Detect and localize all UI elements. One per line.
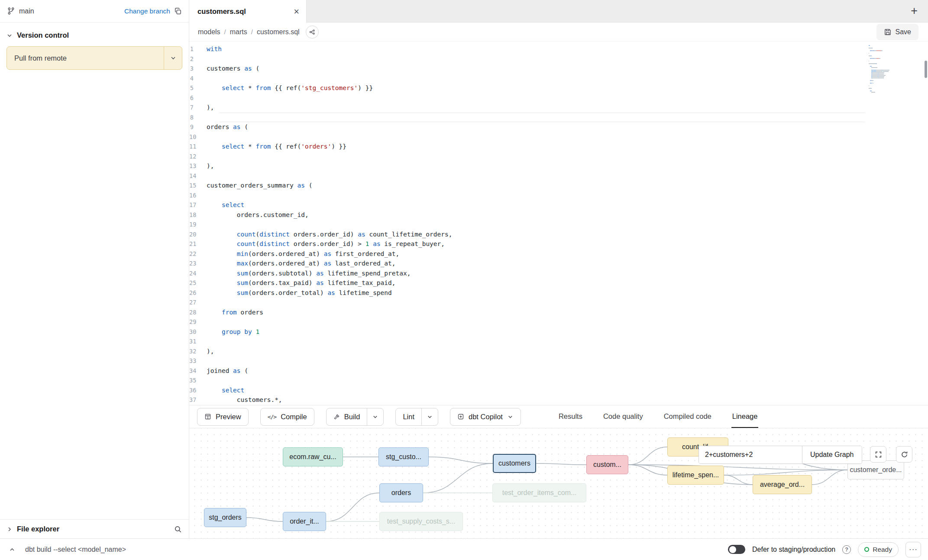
- build-hammer-icon: [333, 414, 340, 420]
- status-right: Defer to staging/production ? Ready ···: [728, 542, 921, 557]
- minimap-line: [869, 72, 904, 73]
- change-branch-link[interactable]: Change branch: [124, 7, 170, 15]
- build-label: Build: [344, 413, 360, 421]
- minimap-line: [869, 76, 904, 77]
- code-line: 34joined as (: [189, 366, 928, 376]
- status-badge[interactable]: Ready: [858, 542, 899, 557]
- ready-dot-icon: [864, 547, 869, 552]
- lineage-dag-icon[interactable]: [306, 26, 319, 39]
- line-number: 34: [189, 366, 207, 376]
- line-number: 9: [189, 122, 207, 132]
- lineage-node-test_order_items[interactable]: test_order_items_com...: [492, 483, 586, 502]
- lineage-node-average_order[interactable]: average_ord...: [753, 475, 812, 494]
- minimap-line: [869, 92, 904, 93]
- save-button[interactable]: Save: [876, 24, 918, 40]
- breadcrumb-file[interactable]: customers.sql: [257, 28, 300, 36]
- lineage-node-stg_orders[interactable]: stg_orders: [204, 508, 246, 527]
- git-branch-icon: [7, 7, 15, 15]
- version-control-header[interactable]: Version control: [0, 23, 189, 45]
- code-line: 30 group by 1: [189, 327, 928, 337]
- file-explorer-header[interactable]: File explorer: [0, 519, 189, 538]
- defer-toggle[interactable]: [728, 545, 745, 554]
- help-icon[interactable]: ?: [842, 545, 851, 554]
- breadcrumb-separator: /: [251, 28, 253, 36]
- line-number: 20: [189, 230, 207, 240]
- code-line: 36 select: [189, 385, 928, 395]
- chevron-down-icon: [507, 414, 514, 420]
- code-line: 8: [189, 113, 928, 123]
- tab-customers-sql[interactable]: customers.sql ×: [189, 0, 307, 23]
- line-number: 28: [189, 308, 207, 317]
- dbt-copilot-button[interactable]: dbt Copilot: [450, 408, 521, 426]
- code-text: group by 1: [207, 327, 259, 337]
- chevron-up-icon[interactable]: [5, 543, 19, 557]
- line-number: 26: [189, 288, 207, 298]
- lint-button[interactable]: Lint: [395, 408, 422, 426]
- tab-lineage[interactable]: Lineage: [731, 405, 759, 428]
- lineage-edge: [812, 470, 847, 485]
- command-input[interactable]: dbt build --select <model_name>: [25, 546, 126, 554]
- code-editor[interactable]: 1with23customers as (45 select * from {{…: [189, 42, 928, 405]
- pull-dropdown-caret[interactable]: [164, 47, 182, 69]
- editor-toolbar: Preview </> Compile Build: [189, 405, 928, 428]
- search-icon[interactable]: [174, 525, 182, 533]
- lint-dropdown-caret[interactable]: [421, 408, 438, 426]
- minimap-line: [869, 79, 904, 80]
- minimap[interactable]: [869, 45, 904, 93]
- lineage-node-orders[interactable]: orders: [379, 483, 423, 502]
- code-text: select: [207, 385, 244, 395]
- copy-icon[interactable]: [174, 7, 182, 15]
- code-text: orders.customer_id,: [207, 210, 309, 220]
- close-icon[interactable]: ×: [294, 7, 299, 16]
- tab-compiled-code[interactable]: Compiled code: [663, 405, 712, 428]
- lineage-node-customers[interactable]: customers: [493, 454, 536, 473]
- more-menu-button[interactable]: ···: [905, 542, 921, 557]
- line-number: 37: [189, 395, 207, 405]
- lineage-panel[interactable]: ecom.raw_cu...stg_custo...customerscusto…: [189, 428, 928, 538]
- line-number: 25: [189, 278, 207, 288]
- minimap-line: [869, 87, 904, 87]
- minimap-line: [869, 50, 904, 51]
- fullscreen-button[interactable]: [870, 446, 886, 463]
- lineage-node-lifetime_spend[interactable]: lifetime_spen...: [667, 466, 724, 485]
- editor-tab-bar: customers.sql × +: [189, 0, 928, 23]
- new-tab-icon[interactable]: +: [911, 5, 918, 17]
- line-number: 11: [189, 142, 207, 152]
- tab-code-quality[interactable]: Code quality: [602, 405, 644, 428]
- app-root: main Change branch Version control Pull …: [0, 0, 928, 560]
- code-text: select: [207, 200, 244, 210]
- build-button[interactable]: Build: [326, 408, 368, 426]
- code-line: 27: [189, 298, 928, 308]
- code-text: max(orders.ordered_at) as last_ordered_a…: [207, 259, 396, 269]
- lineage-node-custom[interactable]: custom...: [586, 455, 628, 474]
- lineage-node-stg_customers[interactable]: stg_custo...: [378, 447, 429, 466]
- code-line: 1with: [189, 44, 928, 54]
- lineage-node-order_items[interactable]: order_it...: [283, 512, 326, 531]
- refresh-button[interactable]: [896, 446, 912, 463]
- tab-title: customers.sql: [197, 7, 246, 16]
- build-dropdown-caret[interactable]: [367, 408, 384, 426]
- tab-results[interactable]: Results: [558, 405, 583, 428]
- chevron-right-icon: [6, 526, 13, 533]
- line-number: 32: [189, 346, 207, 356]
- minimap-line: [869, 91, 904, 91]
- pull-from-remote-button[interactable]: Pull from remote: [6, 46, 182, 70]
- code-icon: </>: [268, 414, 276, 420]
- update-graph-button[interactable]: Update Graph: [802, 446, 862, 463]
- minimap-line: [869, 55, 904, 56]
- lineage-node-ecom_raw[interactable]: ecom.raw_cu...: [283, 447, 343, 466]
- editor-scrollbar[interactable]: [925, 61, 927, 78]
- code-line: 6: [189, 93, 928, 103]
- line-number: 30: [189, 327, 207, 337]
- code-line: 20 count(distinct orders.order_id) as co…: [189, 230, 928, 240]
- preview-button[interactable]: Preview: [197, 408, 249, 426]
- breadcrumb-marts[interactable]: marts: [230, 28, 247, 36]
- code-lines: 1with23customers as (45 select * from {{…: [189, 44, 928, 405]
- lineage-selector-input[interactable]: [699, 446, 802, 463]
- main-row: main Change branch Version control Pull …: [0, 0, 928, 538]
- breadcrumb-models[interactable]: models: [198, 28, 220, 36]
- lineage-node-test_supply[interactable]: test_supply_costs_s...: [379, 512, 463, 531]
- code-text: ),: [207, 161, 214, 171]
- code-text: sum(orders.subtotal) as lifetime_spend_p…: [207, 269, 411, 278]
- compile-button[interactable]: </> Compile: [260, 408, 314, 426]
